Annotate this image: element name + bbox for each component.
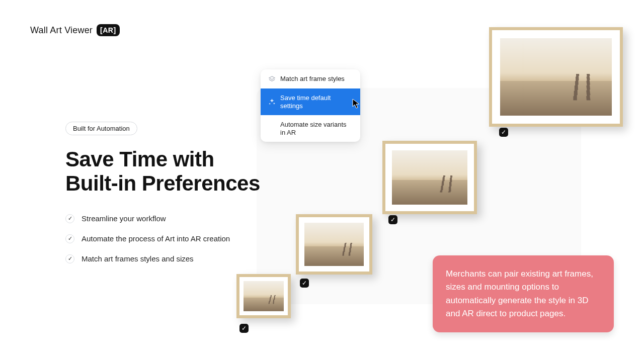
headline-line1: Save Time with <box>65 147 214 171</box>
bullet-text: Match art frames styles and sizes <box>82 254 194 263</box>
art-frame-s <box>236 274 291 318</box>
feature-pill: Built for Automation <box>65 122 137 135</box>
menu-item-automate-sizes[interactable]: Automate size variants in AR <box>261 115 360 142</box>
frame-check-badge: ✓ <box>239 324 249 333</box>
layers-icon <box>268 75 276 83</box>
frame-check-badge: ✓ <box>499 128 508 137</box>
feature-copy: Built for Automation Save Time with Buil… <box>65 122 277 263</box>
bullet-text: Streamline your workflow <box>82 214 166 223</box>
info-callout: Merchants can pair existing art frames, … <box>433 255 614 332</box>
bullet-text: Automate the process of Art into AR crea… <box>82 234 230 243</box>
art-frame-m <box>296 214 372 275</box>
frame-check-badge: ✓ <box>300 279 309 288</box>
logo-text: Wall Art Viewer <box>30 25 93 36</box>
menu-item-match-frames[interactable]: Match art frame styles <box>261 69 360 88</box>
page-title: Save Time with Built-in Preferences <box>65 147 277 196</box>
check-icon: ✓ <box>65 234 74 243</box>
menu-item-default-settings[interactable]: Save time default settings <box>261 88 360 115</box>
feature-bullet-list: ✓ Streamline your workflow ✓ Automate th… <box>65 214 277 263</box>
headline-line2: Built-in Preferences <box>65 171 260 195</box>
menu-item-label: Match art frame styles <box>280 75 345 83</box>
menu-item-label: Save time default settings <box>280 94 353 110</box>
app-logo: Wall Art Viewer [AR] <box>30 24 120 36</box>
feature-bullet: ✓ Streamline your workflow <box>65 214 277 223</box>
sparkle-icon <box>268 98 276 106</box>
logo-ar-badge: [AR] <box>97 24 120 36</box>
check-icon: ✓ <box>65 254 74 263</box>
art-frame-xl <box>489 27 623 127</box>
preferences-menu: Match art frame styles Save time default… <box>261 69 360 142</box>
check-icon: ✓ <box>65 214 74 223</box>
feature-bullet: ✓ Automate the process of Art into AR cr… <box>65 234 277 243</box>
art-frame-l <box>382 141 477 214</box>
feature-bullet: ✓ Match art frames styles and sizes <box>65 254 277 263</box>
frame-check-badge: ✓ <box>388 215 397 224</box>
menu-item-label: Automate size variants in AR <box>280 121 353 136</box>
